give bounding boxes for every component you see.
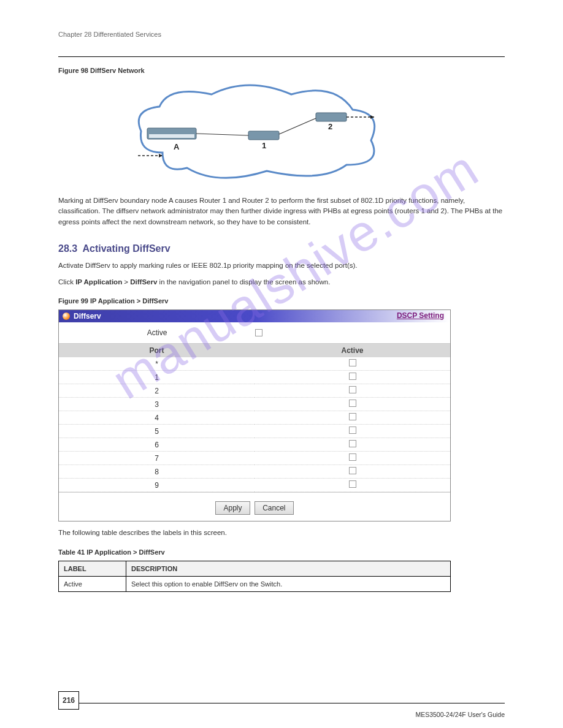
port-active-checkbox[interactable] [349, 480, 356, 488]
dscp-setting-link[interactable]: DSCP Setting [397, 311, 444, 320]
port-active-checkbox[interactable] [349, 440, 356, 447]
port-cell: 2 [59, 384, 255, 398]
port-active-checkbox[interactable] [349, 386, 356, 393]
section-number: 28.3 [58, 243, 77, 254]
svg-rect-4 [248, 131, 279, 140]
active-cell [255, 438, 450, 452]
port-active-checkbox[interactable] [349, 427, 356, 434]
table-row: 1 [59, 371, 450, 384]
port-active-checkbox[interactable] [349, 413, 356, 420]
table-41-caption: Table 41 IP Application > DiffServ [58, 548, 505, 556]
port-active-checkbox[interactable] [349, 467, 356, 474]
screenshot-title: Diffserv [74, 312, 101, 320]
active-cell [255, 398, 450, 411]
switch-a-device [147, 128, 196, 139]
svg-rect-5 [316, 113, 347, 121]
figure-98-image: A 1 2 [126, 79, 389, 189]
desc-label-cell: Active [59, 576, 126, 591]
active-cell [255, 411, 450, 425]
active-cell [255, 357, 450, 371]
header-dot-icon [63, 313, 70, 320]
diffserv-paragraph: Marking at DiffServ boundary node A caus… [58, 195, 505, 227]
table-row: 4 [59, 411, 450, 425]
port-cell: 1 [59, 371, 255, 384]
table-row: 7 [59, 452, 450, 465]
router-2-device [316, 113, 347, 121]
table-row: 9 [59, 479, 450, 492]
page-number: 216 [58, 691, 79, 710]
click-bold1: IP Application [75, 278, 122, 286]
table-row: 3 [59, 398, 450, 411]
port-cell: 3 [59, 398, 255, 411]
screenshot-header: Diffserv DSCP Setting [59, 310, 450, 322]
svg-rect-1 [149, 134, 194, 138]
section-heading: 28.3 Activating DiffServ [58, 243, 505, 254]
top-active-label: Active [59, 328, 255, 337]
section-title: Activating DiffServ [82, 243, 170, 254]
table-intro-text: The following table describes the labels… [58, 528, 505, 538]
label-a: A [174, 142, 180, 151]
port-active-checkbox[interactable] [349, 373, 356, 380]
active-cell [255, 425, 450, 438]
router-1-device [248, 131, 279, 140]
table-row: * [59, 357, 450, 371]
page-content: Chapter 28 Differentiated Services Figur… [0, 0, 563, 592]
activating-intro-text: Activate DiffServ to apply marking rules… [58, 260, 505, 271]
figure-98-caption: Figure 98 DiffServ Network [58, 67, 505, 74]
port-cell: 5 [59, 425, 255, 438]
col-active-header: Active [255, 344, 450, 357]
top-active-row: Active [59, 322, 450, 344]
label-1: 1 [262, 141, 266, 150]
page-footer: 216 MES3500-24/24F User's Guide [58, 703, 505, 703]
active-cell [255, 371, 450, 384]
desc-description-cell: Select this option to enable DiffServ on… [126, 576, 451, 591]
link-1-2 [279, 118, 316, 134]
figure-99-caption: Figure 99 IP Application > DiffServ [58, 297, 505, 305]
port-cell: 4 [59, 411, 255, 425]
port-cell: 8 [59, 465, 255, 479]
arrow-into-a [138, 154, 163, 157]
label-2: 2 [328, 122, 332, 131]
active-cell [255, 384, 450, 398]
header-rule [58, 56, 505, 57]
table-row: 8 [59, 465, 450, 479]
active-cell [255, 465, 450, 479]
diffserv-network-diagram: A 1 2 [126, 79, 389, 189]
footer-guide-text: MES3500-24/24F User's Guide [415, 711, 505, 718]
table-row: 6 [59, 438, 450, 452]
table-row: 2 [59, 384, 450, 398]
top-active-checkbox[interactable] [255, 329, 262, 336]
desc-label-header: LABEL [59, 561, 126, 576]
click-pre: Click [58, 278, 75, 286]
port-cell: * [59, 357, 255, 371]
desc-description-header: DESCRIPTION [126, 561, 451, 576]
diffserv-screenshot: Diffserv DSCP Setting Active Port Active… [58, 309, 451, 521]
table-row: 5 [59, 425, 450, 438]
port-cell: 9 [59, 479, 255, 492]
click-bold2: DiffServ [130, 278, 157, 286]
col-port-header: Port [59, 344, 255, 357]
description-table: LABEL DESCRIPTION ActiveSelect this opti… [58, 561, 451, 592]
port-cell: 7 [59, 452, 255, 465]
active-cell [255, 452, 450, 465]
button-row: Apply Cancel [59, 492, 450, 521]
click-post: in the navigation panel to display the s… [157, 278, 330, 286]
footer-rule: 216 MES3500-24/24F User's Guide [58, 703, 505, 703]
apply-button[interactable]: Apply [215, 501, 250, 515]
port-active-checkbox[interactable] [349, 359, 356, 366]
table-row: ActiveSelect this option to enable DiffS… [59, 576, 451, 591]
click-mid: > [122, 278, 130, 286]
link-a-1 [196, 134, 248, 135]
port-active-checkbox[interactable] [349, 400, 356, 407]
port-active-checkbox[interactable] [349, 453, 356, 461]
chapter-title: Chapter 28 Differentiated Services [58, 31, 505, 38]
click-instruction: Click IP Application > DiffServ in the n… [58, 277, 505, 287]
cancel-button[interactable]: Cancel [255, 501, 293, 515]
active-cell [255, 479, 450, 492]
port-table: Port Active *123456789 [59, 344, 450, 492]
port-cell: 6 [59, 438, 255, 452]
